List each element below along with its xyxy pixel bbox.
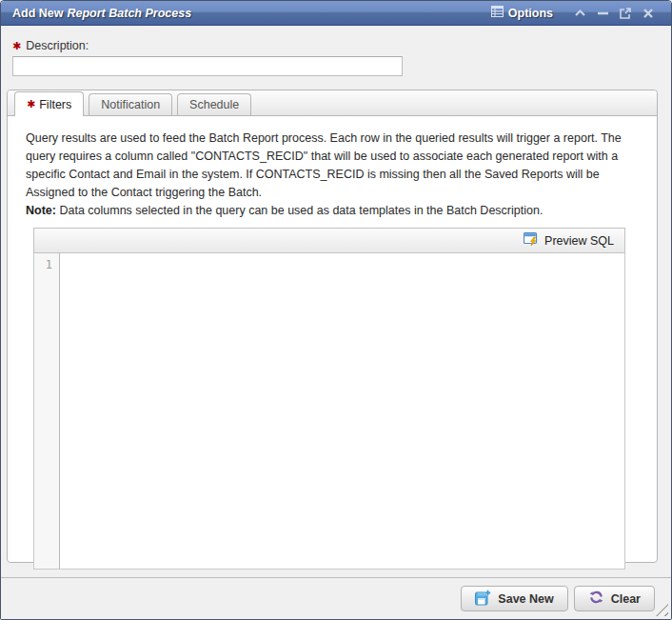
required-asterisk: ✱ [12, 40, 21, 52]
line-number: 1 [34, 258, 52, 271]
tab-strip: ✱ Filters Notification Schedule [8, 90, 657, 116]
tab-notification[interactable]: Notification [89, 93, 172, 115]
sql-editor[interactable]: 1 [33, 253, 625, 570]
note-label: Note: [26, 204, 56, 217]
required-asterisk: ✱ [27, 98, 35, 110]
save-new-label: Save New [498, 592, 553, 606]
filters-tab-body: Query results are used to feed the Batch… [8, 116, 657, 563]
dialog-title-name: Report Batch Process [67, 7, 191, 20]
sql-window-bolt-icon [524, 231, 540, 250]
line-number-gutter: 1 [34, 253, 60, 569]
sql-toolbar: Preview SQL [33, 228, 625, 253]
popout-arrow-icon [620, 8, 631, 19]
add-report-batch-dialog: Add NewReport Batch Process Options [0, 0, 672, 620]
description-input[interactable] [12, 56, 403, 76]
intro-text: Query results are used to feed the Batch… [26, 130, 644, 220]
minimize-button[interactable] [591, 4, 614, 23]
save-new-button[interactable]: Save New [461, 586, 567, 611]
collapse-button[interactable] [568, 4, 591, 23]
options-label: Options [508, 7, 553, 20]
description-label: Description: [26, 39, 89, 52]
footer: Save New Clear [1, 577, 671, 619]
refresh-arrows-icon [588, 590, 604, 608]
chevron-up-icon [575, 10, 585, 16]
tab-notification-label: Notification [101, 98, 160, 111]
editor-content[interactable] [60, 253, 624, 569]
close-button[interactable] [637, 4, 660, 23]
tab-filters-label: Filters [39, 98, 71, 111]
titlebar: Add NewReport Batch Process Options [1, 1, 671, 26]
preview-sql-button[interactable]: Preview SQL [520, 230, 618, 251]
dialog-title-prefix: Add New [12, 7, 63, 20]
grid-list-icon [491, 6, 504, 20]
preview-sql-label: Preview SQL [544, 234, 614, 248]
query-area: Preview SQL 1 [33, 228, 625, 570]
close-x-icon [643, 9, 653, 18]
minus-icon [598, 11, 608, 15]
options-button[interactable]: Options [491, 6, 553, 20]
note-text: Data columns selected in the query can b… [59, 204, 543, 217]
dialog-title: Add NewReport Batch Process [12, 7, 491, 20]
clear-label: Clear [611, 592, 641, 606]
save-plus-icon [475, 590, 491, 609]
popout-button[interactable] [614, 4, 637, 23]
clear-button[interactable]: Clear [574, 586, 655, 611]
tab-schedule-label: Schedule [189, 98, 239, 111]
tab-schedule[interactable]: Schedule [177, 93, 251, 115]
tab-filters[interactable]: ✱ Filters [14, 91, 84, 116]
tab-panel: ✱ Filters Notification Schedule Query re… [7, 90, 658, 563]
